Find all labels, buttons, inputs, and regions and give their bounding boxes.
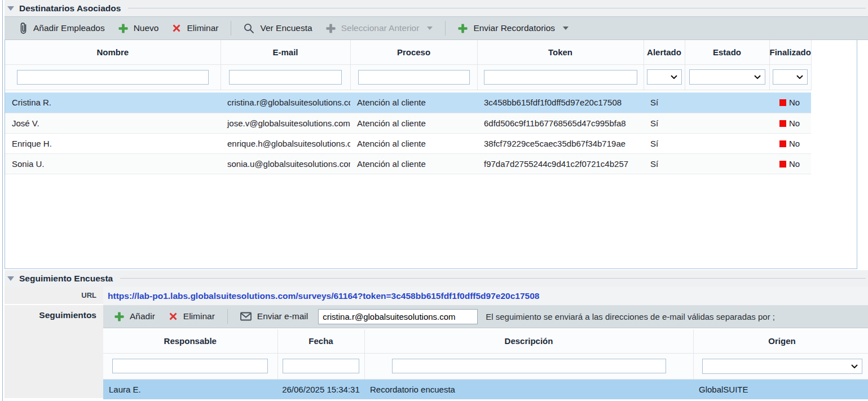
table-row[interactable]: Sonia U. sonia.u@globalsuitesolutions.co… [5, 153, 811, 174]
cell-finalizado: No [769, 113, 811, 133]
section-title: Destinatarios Asociados [19, 3, 121, 14]
email-field[interactable] [318, 309, 478, 324]
col-alertado[interactable]: Alertado [644, 40, 685, 64]
finalizado-filter-select[interactable] [773, 69, 808, 85]
new-label: Nuevo [134, 23, 159, 33]
url-content: https://lab-po1.labs.globalsuitesolution… [103, 287, 868, 305]
col-finalizado[interactable]: Finalizado [769, 40, 811, 64]
col-nombre[interactable]: Nombre [5, 40, 221, 64]
cell-proceso: Atención al cliente [350, 153, 477, 174]
table-row[interactable]: Enrique H. enrique.h@globalsuitesolution… [5, 133, 811, 153]
table-row[interactable]: José V. jose.v@globalsuitesolutions.com … [5, 113, 811, 133]
status-red-square [779, 99, 786, 106]
seguimientos-row: Seguimientos Añadir Eliminar [5, 305, 868, 399]
table-row[interactable]: Cristina R. cristina.r@globalsuitesoluti… [5, 92, 811, 113]
chevron-down-icon [563, 27, 569, 30]
cell-email: jose.v@globalsuitesolutions.com [221, 113, 350, 133]
status-red-square [779, 161, 786, 168]
search-icon [244, 23, 254, 34]
send-reminders-button[interactable]: Enviar Recordatorios [451, 23, 575, 33]
col-email[interactable]: E-mail [221, 40, 350, 64]
col-token[interactable]: Token [477, 40, 644, 64]
origen-filter-select[interactable] [702, 359, 862, 374]
col-descripcion[interactable]: Descripción [364, 329, 693, 353]
destinatarios-table: Nombre E-mail Proceso Token Alertado Est… [5, 40, 812, 174]
chevron-down-icon [427, 27, 433, 30]
cell-alertado: Sí [644, 133, 685, 153]
collapse-icon[interactable] [7, 276, 14, 281]
descripcion-filter-input[interactable] [392, 359, 666, 373]
seguimiento-header: Seguimiento Encuesta [5, 270, 868, 287]
add-followup-button[interactable]: Añadir [108, 311, 162, 321]
proceso-filter-input[interactable] [358, 70, 470, 85]
filter-row [5, 64, 811, 90]
seguimientos-label: Seguimientos [5, 305, 103, 399]
cell-nombre: Enrique H. [5, 133, 221, 153]
cell-token: 3c458bb615fdf1f0dff5d97e20c17508 [477, 92, 644, 113]
plus-icon [114, 312, 124, 321]
filter-row [103, 353, 868, 379]
destinatarios-toolbar: Añadir Empleados Nuevo Eliminar Ver Encu [5, 16, 868, 40]
page: Destinatarios Asociados Añadir Empleados… [2, 0, 868, 401]
delete-followup-button[interactable]: Eliminar [162, 311, 222, 321]
responsable-filter-input[interactable] [112, 359, 268, 373]
toolbar-separator [231, 21, 231, 36]
plus-icon [458, 24, 468, 33]
email-helper-text: El seguimiento se enviará a las direccio… [486, 312, 775, 321]
plus-icon-disabled [326, 24, 336, 33]
header-row: Nombre E-mail Proceso Token Alertado Est… [5, 40, 811, 64]
seguimientos-content: Añadir Eliminar Enviar e-mail [103, 305, 868, 399]
select-previous-button[interactable]: Seleccionar Anterior [319, 23, 440, 33]
cell-nombre: Sonia U. [5, 153, 221, 174]
cell-email: sonia.u@globalsuitesolutions.com [221, 153, 350, 174]
send-email-button[interactable]: Enviar e-mail [233, 311, 315, 321]
new-button[interactable]: Nuevo [112, 23, 166, 33]
cell-proceso: Atención al cliente [350, 113, 477, 133]
cell-token: 38fcf79229ce5caec35db67f34b719ae [477, 133, 644, 153]
col-fecha[interactable]: Fecha [277, 329, 364, 353]
delete-label: Eliminar [187, 23, 218, 33]
col-origen[interactable]: Origen [693, 329, 868, 353]
destinatarios-table-panel: Nombre E-mail Proceso Token Alertado Est… [5, 40, 857, 269]
add-employees-button[interactable]: Añadir Empleados [12, 22, 112, 34]
delete-button[interactable]: Eliminar [165, 23, 225, 33]
collapse-icon[interactable] [7, 6, 14, 11]
status-red-square [779, 120, 786, 127]
x-icon [169, 312, 178, 321]
view-survey-button[interactable]: Ver Encuesta [237, 23, 319, 34]
token-filter-input[interactable] [484, 70, 637, 85]
seguimientos-toolbar: Añadir Eliminar Enviar e-mail [103, 305, 868, 328]
cell-token: 6dfd506c9f11b67768565d47c995bfa8 [477, 113, 644, 133]
cell-email: enrique.h@globalsuitesolutions.com [221, 133, 350, 153]
add-employees-label: Añadir Empleados [33, 23, 105, 33]
survey-url-link[interactable]: https://lab-po1.labs.globalsuitesolution… [108, 291, 539, 301]
col-estado[interactable]: Estado [685, 40, 769, 64]
cell-estado [685, 133, 769, 153]
cell-alertado: Sí [644, 92, 685, 113]
legend-line [120, 278, 866, 279]
url-row: URL https://lab-po1.labs.globalsuitesolu… [5, 287, 868, 305]
send-reminders-label: Enviar Recordatorios [473, 23, 555, 33]
email-filter-input[interactable] [229, 70, 342, 85]
cell-nombre: José V. [5, 113, 221, 133]
cell-responsable: Laura E. [103, 379, 277, 399]
plus-icon [118, 24, 128, 33]
seguimiento-section: Seguimiento Encuesta URL https://lab-po1… [5, 270, 868, 399]
col-proceso[interactable]: Proceso [350, 40, 477, 64]
cell-finalizado: No [769, 153, 811, 174]
cell-fecha: 26/06/2025 15:34:31 [277, 379, 364, 399]
cell-origen: GlobalSUITE [693, 379, 868, 399]
alertado-filter-select[interactable] [647, 69, 682, 85]
table-row[interactable]: Laura E. 26/06/2025 15:34:31 Recordatori… [103, 379, 868, 399]
col-responsable[interactable]: Responsable [103, 329, 277, 353]
cell-estado [685, 92, 769, 113]
cell-descripcion: Recordatorio encuesta [364, 379, 693, 399]
nombre-filter-input[interactable] [17, 70, 209, 85]
toolbar-separator [227, 309, 228, 324]
cell-nombre: Cristina R. [5, 92, 221, 113]
header-row: Responsable Fecha Descripción Origen [103, 329, 868, 353]
cell-proceso: Atención al cliente [350, 133, 477, 153]
paperclip-icon [19, 22, 28, 34]
estado-filter-select[interactable] [689, 69, 765, 85]
fecha-filter-input[interactable] [283, 359, 359, 373]
